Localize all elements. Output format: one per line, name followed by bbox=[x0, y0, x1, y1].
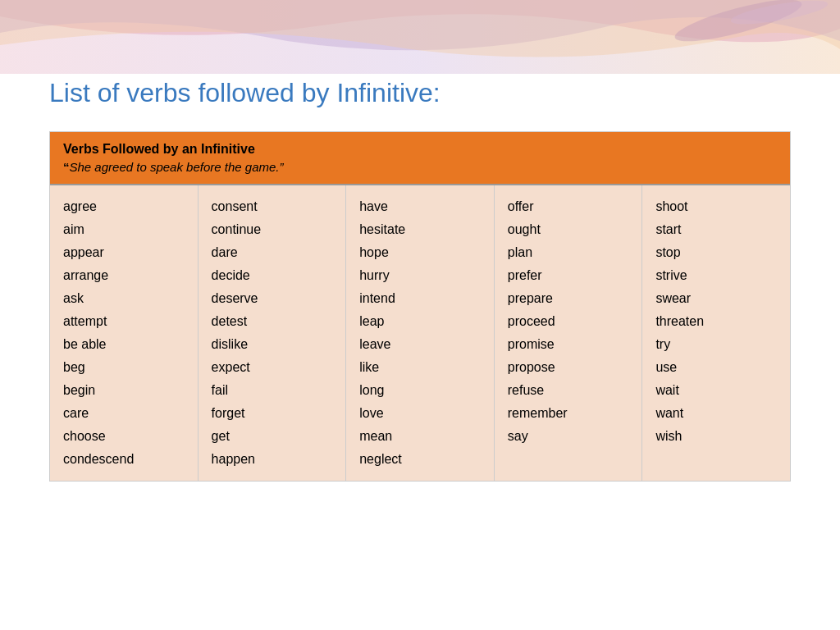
table-cell: arrange bbox=[63, 264, 185, 287]
table-cell: try bbox=[655, 333, 777, 356]
table-header: Verbs Followed by an Infinitive “She agr… bbox=[50, 132, 790, 184]
table-cell: aim bbox=[63, 218, 185, 241]
table-cell: consent bbox=[212, 195, 333, 218]
table-cell: hope bbox=[359, 241, 481, 264]
table-cell: condescend bbox=[63, 448, 185, 471]
table-cell: say bbox=[508, 425, 629, 448]
table-cell: choose bbox=[63, 425, 185, 448]
table-cell: fail bbox=[212, 379, 333, 402]
table-cell: use bbox=[655, 356, 777, 379]
table-cell: proceed bbox=[508, 310, 629, 333]
table-cell: leave bbox=[359, 333, 481, 356]
table-cell: attempt bbox=[63, 310, 185, 333]
table-cell: shoot bbox=[655, 195, 777, 218]
table-cell: long bbox=[359, 379, 481, 402]
top-decoration bbox=[0, 0, 840, 74]
table-cell: forget bbox=[212, 402, 333, 425]
table-cell: ask bbox=[63, 287, 185, 310]
table-cell: intend bbox=[359, 287, 481, 310]
table-cell: refuse bbox=[508, 379, 629, 402]
table-cell: stop bbox=[655, 241, 777, 264]
table-cell: have bbox=[359, 195, 481, 218]
table-cell: deserve bbox=[212, 287, 333, 310]
table-cell: beg bbox=[63, 356, 185, 379]
table-cell: propose bbox=[508, 356, 629, 379]
table-cell: strive bbox=[655, 264, 777, 287]
table-cell: hurry bbox=[359, 264, 481, 287]
table-col-2: consentcontinuedaredecidedeservedetestdi… bbox=[199, 185, 347, 481]
table-cell: be able bbox=[63, 333, 185, 356]
table-cell: like bbox=[359, 356, 481, 379]
table-cell: happen bbox=[212, 448, 333, 471]
table-cell: continue bbox=[212, 218, 333, 241]
table-col-3: havehesitatehopehurryintendleapleavelike… bbox=[346, 185, 495, 481]
table-cell: promise bbox=[508, 333, 629, 356]
table-cell: begin bbox=[63, 379, 185, 402]
table-col-1: agreeaimappeararrangeaskattemptbe ablebe… bbox=[50, 185, 199, 481]
table-cell: wait bbox=[655, 379, 777, 402]
page-title: List of verbs followed by Infinitive: bbox=[49, 78, 441, 108]
open-quote: “ bbox=[63, 160, 70, 174]
table-cell: hesitate bbox=[359, 218, 481, 241]
table-col-5: shootstartstopstriveswearthreatentryusew… bbox=[642, 185, 790, 481]
table-cell: start bbox=[655, 218, 777, 241]
table-cell: prefer bbox=[508, 264, 629, 287]
table-col-4: offeroughtplanpreferprepareproceedpromis… bbox=[495, 185, 643, 481]
table-cell: neglect bbox=[359, 448, 481, 471]
table-cell: wish bbox=[655, 425, 777, 448]
table-cell: offer bbox=[508, 195, 629, 218]
table-cell: want bbox=[655, 402, 777, 425]
table-cell: mean bbox=[359, 425, 481, 448]
table-cell: remember bbox=[508, 402, 629, 425]
table-cell: care bbox=[63, 402, 185, 425]
table-body: agreeaimappeararrangeaskattemptbe ablebe… bbox=[50, 184, 790, 481]
example-text: She agreed to speak before the game. bbox=[70, 160, 280, 174]
table-cell: dare bbox=[212, 241, 333, 264]
table-cell: plan bbox=[508, 241, 629, 264]
table-cell: swear bbox=[655, 287, 777, 310]
table-header-title: Verbs Followed by an Infinitive bbox=[63, 142, 777, 157]
table-cell: leap bbox=[359, 310, 481, 333]
table-cell: love bbox=[359, 402, 481, 425]
table-cell: decide bbox=[212, 264, 333, 287]
table-cell: prepare bbox=[508, 287, 629, 310]
table-cell: dislike bbox=[212, 333, 333, 356]
table-cell: expect bbox=[212, 356, 333, 379]
table-header-example: “She agreed to speak before the game.” bbox=[63, 160, 777, 174]
table-cell: get bbox=[212, 425, 333, 448]
table-cell: ought bbox=[508, 218, 629, 241]
close-quote: ” bbox=[280, 160, 284, 174]
table-cell: agree bbox=[63, 195, 185, 218]
verbs-table: Verbs Followed by an Infinitive “She agr… bbox=[49, 131, 791, 482]
table-cell: appear bbox=[63, 241, 185, 264]
table-cell: detest bbox=[212, 310, 333, 333]
table-cell: threaten bbox=[655, 310, 777, 333]
